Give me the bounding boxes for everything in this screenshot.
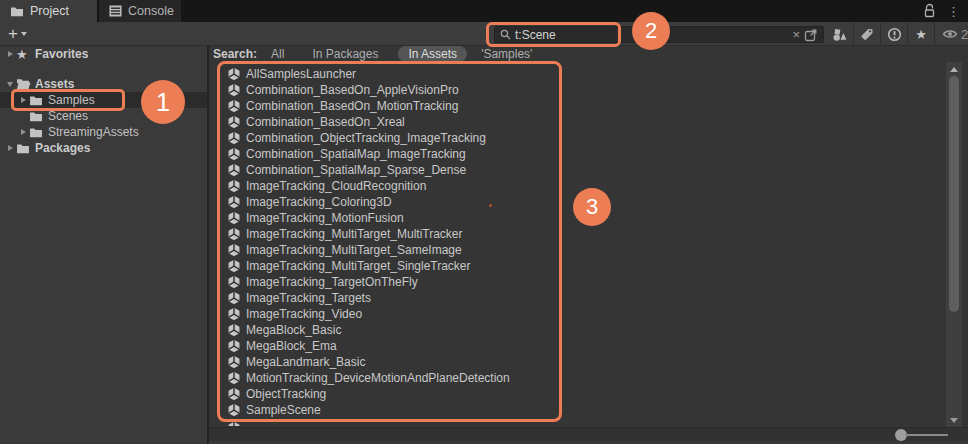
chevron-down-icon xyxy=(21,32,27,36)
clipped-list-item xyxy=(209,420,944,426)
favorites-label: Favorites xyxy=(35,47,88,61)
scene-icon xyxy=(227,307,241,321)
scope-all[interactable]: All xyxy=(257,47,298,61)
list-item[interactable]: ImageTracking_CloudRecognition xyxy=(209,178,944,194)
hidden-packages-count: 24 xyxy=(961,27,968,42)
list-item-label: Combination_BasedOn_Xreal xyxy=(246,115,405,129)
list-item[interactable]: ImageTracking_Video xyxy=(209,306,944,322)
foldout-arrow-icon[interactable] xyxy=(4,145,16,151)
label-tag-icon xyxy=(860,27,874,41)
folder-icon xyxy=(29,95,44,106)
search-scope-label: Search: xyxy=(213,47,257,61)
scene-icon xyxy=(227,339,241,353)
list-item[interactable]: Combination_SpatialMap_ImageTracking xyxy=(209,146,944,162)
eye-icon xyxy=(942,28,958,40)
list-item-label: ImageTracking_MultiTarget_MultiTracker xyxy=(246,227,463,241)
list-item[interactable]: ImageTracking_MultiTarget_SameImage xyxy=(209,242,944,258)
sidebar-item-packages[interactable]: Packages xyxy=(0,140,207,156)
list-item-label: Combination_BasedOn_AppleVisionPro xyxy=(246,83,459,97)
results-panel: Search: All In Packages In Assets 'Sampl… xyxy=(209,46,968,441)
zoom-slider-track[interactable] xyxy=(905,434,948,436)
sidebar-item-favorites[interactable]: ★ Favorites xyxy=(0,46,207,62)
scope-in-packages[interactable]: In Packages xyxy=(298,47,392,61)
foldout-arrow-icon[interactable] xyxy=(17,129,29,135)
tab-project[interactable]: Project xyxy=(0,0,97,22)
list-item[interactable]: Combination_BasedOn_Xreal xyxy=(209,114,944,130)
tab-console[interactable]: Console xyxy=(99,0,181,22)
list-item[interactable]: ImageTracking_Targets xyxy=(209,290,944,306)
list-item-label: Combination_BasedOn_MotionTracking xyxy=(246,99,458,113)
create-asset-button[interactable]: + xyxy=(8,22,27,46)
scroll-up-icon[interactable] xyxy=(946,63,962,75)
tab-project-label: Project xyxy=(30,4,69,18)
list-item-label: ImageTracking_Video xyxy=(246,307,362,321)
list-item-label: MegaBlock_Basic xyxy=(246,323,341,337)
vertical-scrollbar[interactable] xyxy=(946,62,962,427)
save-search-button[interactable]: ★ xyxy=(907,23,934,45)
scene-icon xyxy=(227,99,241,113)
list-item-label: Combination_SpatialMap_ImageTracking xyxy=(246,147,466,161)
list-item-label: MegaBlock_Ema xyxy=(246,339,337,353)
unlock-icon[interactable] xyxy=(922,3,937,19)
star-icon: ★ xyxy=(16,48,31,61)
search-query-text: 'Samples' xyxy=(481,47,532,61)
list-item[interactable]: MegaLandmark_Basic xyxy=(209,354,944,370)
sidebar-item-streamingassets[interactable]: StreamingAssets xyxy=(0,124,207,140)
list-item[interactable]: AllSamplesLauncher xyxy=(209,66,944,82)
list-item[interactable]: Combination_BasedOn_MotionTracking xyxy=(209,98,944,114)
scrollbar-thumb[interactable] xyxy=(949,76,959,312)
list-item[interactable]: SampleScene xyxy=(209,402,944,418)
folder-icon xyxy=(10,5,24,17)
tab-console-label: Console xyxy=(128,4,174,18)
scene-icon xyxy=(227,403,241,417)
scene-icon xyxy=(227,243,241,257)
scene-icon xyxy=(227,163,241,177)
list-item[interactable]: Combination_SpatialMap_Sparse_Dense xyxy=(209,162,944,178)
list-item[interactable]: MegaBlock_Ema xyxy=(209,338,944,354)
folder-icon xyxy=(29,111,44,122)
list-item[interactable]: MegaBlock_Basic xyxy=(209,322,944,338)
filter-by-type-button[interactable] xyxy=(826,23,853,45)
annotation-callout-3: 3 xyxy=(573,188,611,226)
project-toolbar: + t:Scene × xyxy=(0,22,968,46)
filter-by-label-button[interactable] xyxy=(853,23,880,45)
list-item-label: SampleScene xyxy=(246,403,321,417)
list-item-label: ImageTracking_TargetOnTheFly xyxy=(246,275,418,289)
scene-icon xyxy=(227,211,241,225)
list-item[interactable]: ImageTracking_MultiTarget_SingleTracker xyxy=(209,258,944,274)
scope-in-assets[interactable]: In Assets xyxy=(398,46,467,62)
artifact-dot xyxy=(489,204,492,207)
folder-icon xyxy=(16,143,31,154)
hidden-packages-toggle[interactable]: 24 xyxy=(934,23,968,45)
list-item[interactable]: ImageTracking_TargetOnTheFly xyxy=(209,274,944,290)
foldout-arrow-icon[interactable] xyxy=(17,97,29,103)
exclamation-circle-icon xyxy=(887,27,902,42)
list-item-label: ImageTracking_MultiTarget_SameImage xyxy=(246,243,462,257)
search-icon xyxy=(500,29,511,40)
scroll-down-icon[interactable] xyxy=(946,414,962,426)
scene-icon xyxy=(227,355,241,369)
list-item[interactable]: Combination_BasedOn_AppleVisionPro xyxy=(209,82,944,98)
plus-icon: + xyxy=(8,25,18,42)
foldout-arrow-icon[interactable] xyxy=(4,51,16,57)
scene-icon xyxy=(227,275,241,289)
clear-search-icon[interactable]: × xyxy=(792,28,800,41)
kebab-menu-icon[interactable]: ⋮ xyxy=(947,5,960,18)
assets-label: Assets xyxy=(35,77,74,91)
scene-icon xyxy=(227,131,241,145)
foldout-arrow-icon[interactable] xyxy=(4,82,16,87)
scenes-label: Scenes xyxy=(48,109,88,123)
list-item[interactable]: Combination_ObjectTracking_ImageTracking xyxy=(209,130,944,146)
open-search-window-icon[interactable] xyxy=(804,28,818,42)
folder-icon xyxy=(29,127,44,138)
scene-icon xyxy=(227,147,241,161)
search-value: t:Scene xyxy=(515,28,556,42)
annotation-callout-2: 2 xyxy=(632,12,670,50)
list-item-label: ImageTracking_MultiTarget_SingleTracker xyxy=(246,259,471,273)
filter-by-log-button[interactable] xyxy=(880,23,907,45)
streamingassets-label: StreamingAssets xyxy=(48,125,139,139)
filter-type-shapes-icon xyxy=(832,27,847,42)
list-item[interactable]: ObjectTracking xyxy=(209,386,944,402)
list-item[interactable]: ImageTracking_MultiTarget_MultiTracker xyxy=(209,226,944,242)
list-item[interactable]: MotionTracking_DeviceMotionAndPlaneDetec… xyxy=(209,370,944,386)
